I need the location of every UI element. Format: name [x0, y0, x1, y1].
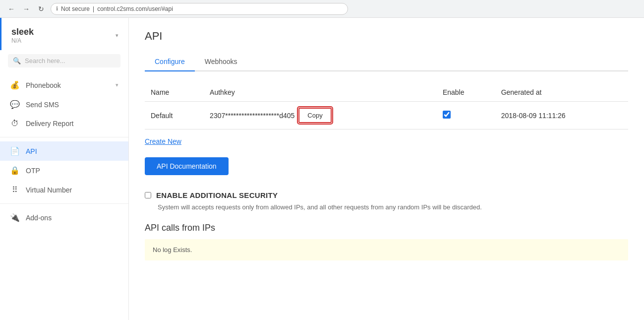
sidebar-item-phonebook[interactable]: 💰 Phonebook ▾ [0, 75, 128, 95]
browser-bar: ← → ↻ ℹ Not secure | control.c2sms.com/u… [0, 0, 644, 18]
col-name: Name [145, 83, 204, 102]
sidebar-item-label: OTP [26, 167, 40, 175]
authkey-cell: 2307********************d405 Copy [210, 108, 431, 123]
sidebar-item-send-sms[interactable]: 💬 Send SMS [0, 95, 128, 114]
security-label: Not secure [61, 5, 90, 12]
tab-webhooks[interactable]: Webhooks [195, 53, 247, 71]
brand-sub: N/A [11, 37, 34, 44]
brand-dropdown-icon[interactable]: ▾ [116, 32, 118, 39]
tabs: Configure Webhooks [145, 53, 628, 71]
security-description: System will accepts requests only from a… [158, 203, 628, 211]
sidebar-item-label: Send SMS [26, 101, 59, 109]
back-button[interactable]: ← [6, 3, 17, 14]
sidebar-item-api[interactable]: 📄 API [0, 141, 128, 161]
sidebar-item-label: Add-ons [26, 214, 52, 222]
page-title: API [145, 30, 628, 43]
api-table: Name Authkey Enable Generated at Default… [145, 83, 628, 129]
col-generated-at: Generated at [495, 83, 628, 102]
security-section: ENABLE ADDITIONAL SECURITY System will a… [145, 191, 628, 211]
api-icon: 📄 [10, 146, 20, 156]
brand-info: sleek N/A [11, 27, 34, 44]
table-row: Default 2307********************d405 Cop… [145, 102, 628, 129]
row-generated-at: 2018-08-09 11:11:26 [495, 102, 628, 129]
sidebar-item-add-ons[interactable]: 🔌 Add-ons [0, 208, 128, 227]
virtual-number-icon: ⠿ [10, 185, 20, 194]
sidebar-item-label: Phonebook [26, 81, 61, 89]
search-icon: 🔍 [13, 57, 21, 64]
add-ons-icon: 🔌 [10, 213, 20, 222]
forward-button[interactable]: → [21, 3, 32, 14]
sidebar: sleek N/A ▾ 🔍 Search here... 💰 Phonebook… [0, 18, 129, 320]
sidebar-item-otp[interactable]: 🔒 OTP [0, 161, 128, 180]
phonebook-arrow-icon: ▾ [116, 82, 118, 88]
sidebar-item-virtual-number[interactable]: ⠿ Virtual Number [0, 180, 128, 199]
copy-button[interactable]: Copy [298, 108, 331, 123]
brand-name: sleek [11, 27, 34, 37]
main-content: API Configure Webhooks Name Authkey Enab… [129, 18, 644, 320]
security-header: ENABLE ADDITIONAL SECURITY [145, 191, 628, 199]
security-icon: ℹ [56, 5, 58, 12]
tab-configure[interactable]: Configure [145, 53, 195, 71]
api-calls-section: API calls from IPs No log Exists. [145, 223, 628, 260]
phonebook-icon: 💰 [10, 80, 20, 90]
sidebar-item-delivery-report[interactable]: ⏱ Delivery Report [0, 114, 128, 133]
nav-divider-2 [0, 203, 128, 204]
security-title: ENABLE ADDITIONAL SECURITY [156, 191, 278, 199]
send-sms-icon: 💬 [10, 100, 20, 109]
search-box[interactable]: 🔍 Search here... [8, 54, 120, 67]
reload-button[interactable]: ↻ [36, 3, 47, 14]
search-placeholder: Search here... [25, 57, 65, 64]
sidebar-item-label: Delivery Report [26, 120, 73, 128]
nav-divider [0, 137, 128, 137]
row-enable [437, 102, 495, 129]
delivery-report-icon: ⏱ [10, 119, 20, 128]
address-bar[interactable]: ℹ Not secure | control.c2sms.com/user/#a… [51, 3, 348, 15]
security-checkbox[interactable] [145, 192, 151, 198]
no-log-banner: No log Exists. [145, 239, 628, 260]
col-enable: Enable [437, 83, 495, 102]
app-container: sleek N/A ▾ 🔍 Search here... 💰 Phonebook… [0, 18, 644, 320]
enable-checkbox[interactable] [443, 111, 451, 119]
create-new-link[interactable]: Create New [145, 137, 181, 145]
otp-icon: 🔒 [10, 166, 20, 175]
row-name: Default [145, 102, 204, 129]
row-authkey: 2307********************d405 Copy [204, 102, 437, 129]
sidebar-item-label: Virtual Number [26, 186, 72, 194]
authkey-value: 2307********************d405 [210, 112, 294, 120]
api-calls-title: API calls from IPs [145, 223, 628, 233]
url-separator: | [93, 5, 94, 12]
sidebar-item-label: API [26, 147, 37, 155]
col-authkey: Authkey [204, 83, 437, 102]
api-documentation-button[interactable]: API Documentation [145, 157, 229, 175]
sidebar-header: sleek N/A ▾ [0, 18, 128, 50]
url-text: control.c2sms.com/user/#api [97, 5, 173, 12]
